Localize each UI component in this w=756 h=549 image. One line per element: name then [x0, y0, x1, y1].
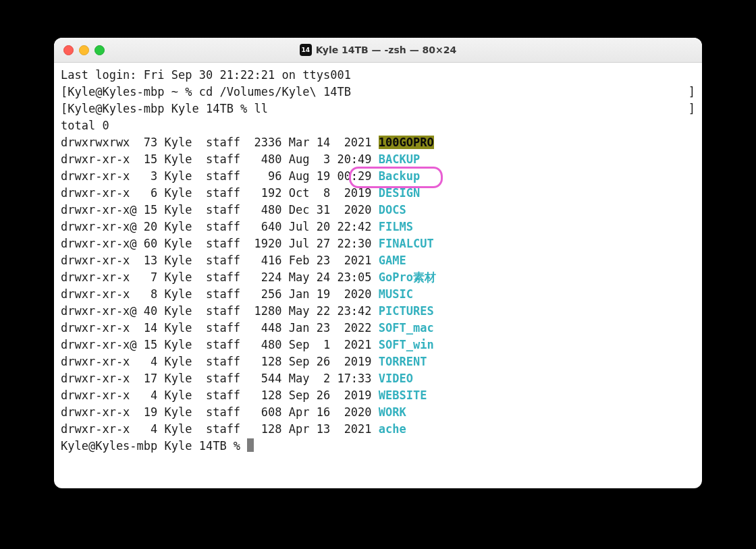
title-bar[interactable]: 14 Kyle 14TB — -zsh — 80×24	[54, 38, 702, 63]
directory-name: FILMS	[379, 220, 413, 233]
listing-row: drwxr-xr-x 4 Kyle staff 128 Sep 26 2019 …	[61, 353, 695, 370]
listing-row: drwxr-xr-x 19 Kyle staff 608 Apr 16 2020…	[61, 404, 695, 421]
directory-name: SOFT_win	[379, 338, 434, 351]
directory-name: DOCS	[379, 203, 406, 216]
terminal-line: total 0	[61, 117, 695, 134]
prompt-line: Kyle@Kyles-mbp Kyle 14TB %	[61, 438, 695, 455]
minimize-icon[interactable]	[79, 45, 89, 55]
listing-row: drwxr-xr-x 6 Kyle staff 192 Oct 8 2019 D…	[61, 185, 695, 202]
traffic-lights	[63, 45, 105, 55]
directory-name: MUSIC	[379, 287, 413, 301]
listing-row: drwxr-xr-x@ 15 Kyle staff 480 Sep 1 2021…	[61, 337, 695, 353]
directory-name: TORRENT	[379, 355, 427, 368]
listing-row: drwxr-xr-x 7 Kyle staff 224 May 24 23:05…	[61, 269, 695, 286]
directory-name: SOFT_mac	[379, 321, 434, 335]
terminal-line: [Kyle@Kyles-mbp Kyle 14TB % ll]	[61, 100, 695, 117]
window-title: 14 Kyle 14TB — -zsh — 80×24	[300, 44, 456, 56]
listing-row: drwxr-xr-x@ 40 Kyle staff 1280 May 22 23…	[61, 303, 695, 320]
cursor	[247, 438, 254, 452]
listing-row: drwxr-xr-x 13 Kyle staff 416 Feb 23 2021…	[61, 252, 695, 269]
listing-row: drwxr-xr-x 4 Kyle staff 128 Sep 26 2019 …	[61, 387, 695, 404]
listing-row: drwxr-xr-x 14 Kyle staff 448 Jan 23 2022…	[61, 320, 695, 337]
folder-icon: 14	[300, 44, 312, 56]
terminal-body[interactable]: Last login: Fri Sep 30 21:22:21 on ttys0…	[54, 63, 702, 461]
directory-name: GoPro素材	[379, 270, 436, 284]
directory-name: 100GOPRO	[379, 136, 434, 149]
directory-name: Backup	[379, 169, 420, 183]
listing-row: drwxrwxrwx 73 Kyle staff 2336 Mar 14 202…	[61, 134, 695, 151]
listing-row: drwxr-xr-x 8 Kyle staff 256 Jan 19 2020 …	[61, 286, 695, 303]
listing-row: drwxr-xr-x@ 20 Kyle staff 640 Jul 20 22:…	[61, 219, 695, 235]
listing-row: drwxr-xr-x 17 Kyle staff 544 May 2 17:33…	[61, 370, 695, 387]
listing-row: drwxr-xr-x@ 15 Kyle staff 480 Dec 31 202…	[61, 202, 695, 219]
title-text: Kyle 14TB — -zsh — 80×24	[316, 45, 456, 55]
directory-name: BACKUP	[379, 152, 420, 166]
listing-row: drwxr-xr-x 15 Kyle staff 480 Aug 3 20:49…	[61, 151, 695, 168]
directory-name: WEBSITE	[379, 388, 427, 402]
terminal-line: [Kyle@Kyles-mbp ~ % cd /Volumes/Kyle\ 14…	[61, 84, 695, 100]
listing-row: drwxr-xr-x 3 Kyle staff 96 Aug 19 00:29 …	[61, 168, 695, 185]
close-icon[interactable]	[63, 45, 74, 55]
zoom-icon[interactable]	[94, 45, 105, 55]
listing-row: drwxr-xr-x@ 60 Kyle staff 1920 Jul 27 22…	[61, 235, 695, 252]
terminal-window[interactable]: 14 Kyle 14TB — -zsh — 80×24 Last login: …	[54, 38, 702, 488]
directory-name: GAME	[379, 254, 406, 267]
directory-name: DESIGN	[379, 186, 420, 200]
directory-name: VIDEO	[379, 372, 413, 385]
directory-name: PICTURES	[379, 304, 434, 318]
directory-name: FINALCUT	[379, 237, 434, 250]
listing-row: drwxr-xr-x 4 Kyle staff 128 Apr 13 2021 …	[61, 421, 695, 438]
directory-name: WORK	[379, 405, 406, 419]
directory-name: ache	[379, 422, 406, 436]
terminal-line: Last login: Fri Sep 30 21:22:21 on ttys0…	[61, 67, 695, 84]
